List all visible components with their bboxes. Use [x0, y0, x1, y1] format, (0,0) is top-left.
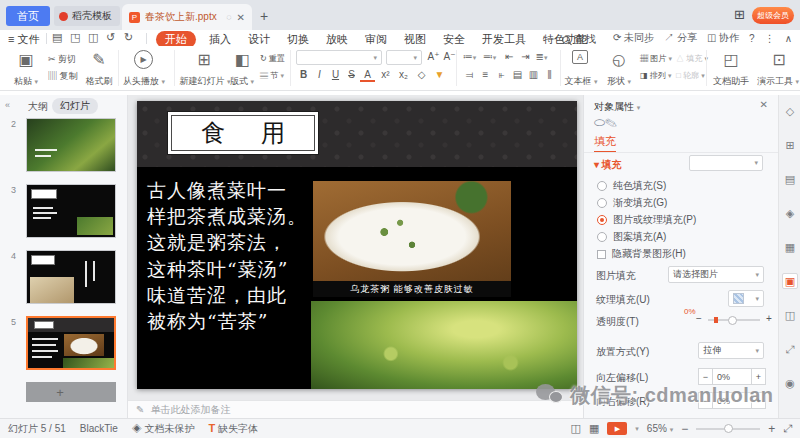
transparency-plus-icon[interactable]: + — [766, 313, 772, 324]
zoom-out-icon[interactable]: − — [681, 422, 688, 436]
panel-animation-icon[interactable]: ⊞ — [782, 137, 798, 153]
notes-bar[interactable]: ✎ 单击此处添加备注 — [128, 400, 583, 418]
find-button[interactable]: 查找 — [562, 32, 596, 47]
share-button[interactable]: ↗ 分享 — [664, 31, 697, 45]
font-color-icon[interactable]: A — [360, 69, 375, 82]
panel-share-icon[interactable]: ⤢ — [782, 341, 798, 357]
play-options-icon[interactable]: ▾ — [635, 425, 639, 433]
panel-styles-icon[interactable]: ◇ — [782, 103, 798, 119]
font-family-combobox[interactable]: ▾ — [296, 50, 382, 65]
panel-audio-icon[interactable]: ◉ — [782, 375, 798, 391]
zoom-in-icon[interactable]: + — [768, 422, 775, 436]
sync-status[interactable]: ⟳ 未同步 — [613, 31, 654, 45]
doc-assistant-button[interactable]: 文档助手 — [712, 75, 750, 88]
picture-fill-combobox[interactable]: 请选择图片▾ — [668, 266, 764, 283]
copy-button[interactable]: ▥ 复制 — [48, 70, 78, 83]
shapes-button[interactable]: 形状 ▾ — [604, 75, 634, 88]
transparency-slider[interactable] — [708, 319, 760, 321]
zoom-level[interactable]: 65% ▾ — [647, 423, 673, 434]
help-button[interactable]: ? — [749, 33, 755, 44]
placement-combobox[interactable]: 拉伸▾ — [698, 342, 764, 359]
docer-template-tab[interactable]: 稻壳模板 — [54, 6, 120, 26]
shape-fill-button[interactable]: △ 填充 ▾ — [676, 53, 708, 64]
close-panel-icon[interactable]: ✕ — [760, 99, 768, 110]
arrange-button[interactable]: ◨ 排列 ▾ — [640, 70, 672, 81]
preview-icon[interactable]: ◫ — [88, 31, 98, 44]
justify-icon[interactable]: ▤ — [510, 69, 525, 80]
cut-button[interactable]: ✂ 剪切 — [48, 53, 76, 66]
print-icon[interactable]: ◳ — [70, 31, 80, 44]
document-tab[interactable]: P 春茶饮上新.pptx ◌ ✕ — [122, 4, 252, 30]
collab-button[interactable]: ◫ 协作 — [707, 31, 739, 45]
strikethrough-icon[interactable]: S — [344, 69, 359, 80]
bullet-list-icon[interactable]: ≔▾ — [462, 51, 477, 62]
save-icon[interactable]: ▤ — [52, 31, 62, 44]
tea-leaves-photo[interactable] — [311, 301, 577, 389]
normal-view-icon[interactable]: ◫ — [571, 422, 581, 435]
vip-badge[interactable]: 超级会员 — [752, 7, 794, 24]
paste-icon[interactable]: ▣ — [12, 50, 40, 69]
reset-button[interactable]: ↻ 重置 — [260, 53, 285, 64]
home-tab[interactable]: 首页 — [6, 6, 50, 26]
format-painter-icon[interactable]: ✎ — [86, 50, 112, 69]
layout-icon[interactable]: ◧ — [232, 50, 252, 69]
apps-grid-icon[interactable]: ⊞ — [734, 7, 745, 22]
add-slide-button[interactable]: + — [48, 384, 72, 400]
font-size-combobox[interactable]: ▾ — [386, 50, 422, 65]
shapes-icon[interactable]: ◵ — [608, 50, 630, 69]
doc-assistant-icon[interactable]: ◰ — [720, 50, 742, 69]
sorter-view-icon[interactable]: ▦ — [589, 422, 599, 435]
new-tab-button[interactable]: + — [260, 8, 268, 24]
line-spacing-icon[interactable]: ≣▾ — [534, 51, 549, 62]
close-tab-icon[interactable]: ✕ — [237, 12, 245, 23]
panel-layout-icon[interactable]: ▦ — [782, 239, 798, 255]
texture-fill-combobox[interactable]: ▾ — [728, 290, 764, 307]
slide-thumbnail-2[interactable] — [26, 118, 116, 172]
porridge-photo[interactable]: 乌龙茶粥 能够改善皮肤过敏 — [313, 181, 511, 297]
textbox-icon[interactable]: A — [572, 50, 588, 64]
slides-tab[interactable]: 幻灯片 — [52, 98, 98, 114]
decrease-indent-icon[interactable]: ⇤ — [502, 51, 517, 62]
fill-preset-combobox[interactable]: ▾ — [689, 155, 763, 171]
slide-thumbnail-3[interactable] — [26, 184, 116, 238]
zoom-slider[interactable] — [696, 428, 760, 430]
present-tools-icon[interactable]: ⊡ — [768, 50, 790, 69]
panel-object-properties-icon[interactable]: ▣ — [782, 273, 798, 289]
outline-tab[interactable]: 大纲 — [28, 100, 48, 114]
panel-design-icon[interactable]: ◈ — [782, 205, 798, 221]
fill-tab[interactable]: 填充 — [594, 134, 616, 153]
slide-body-text[interactable]: 古人像煮菜叶一 样把茶煮成菜汤。 这就是粥茶法， 这种茶叶“菜汤” 味道苦涩，由… — [147, 177, 327, 334]
slide-title-box[interactable]: 食 用 — [167, 111, 319, 155]
undo-icon[interactable]: ↺ — [106, 31, 115, 44]
align-left-icon[interactable]: ⫤ — [462, 69, 477, 81]
fill-section-header[interactable]: ▾ 填充 — [594, 158, 622, 172]
transparency-slider-handle[interactable] — [728, 316, 737, 325]
play-slideshow-button[interactable]: ▶ — [607, 422, 627, 435]
decrease-font-icon[interactable]: A⁻ — [442, 51, 457, 62]
present-tools-button[interactable]: 演示工具 ▾ — [756, 75, 800, 88]
section-button[interactable]: ▤ 节 ▾ — [260, 70, 284, 81]
zoom-slider-handle[interactable] — [724, 424, 733, 433]
collapse-panel-icon[interactable]: « — [5, 100, 10, 110]
align-center-icon[interactable]: ≡ — [478, 69, 493, 80]
more-icon[interactable]: ⋮ — [765, 33, 775, 44]
subscript-icon[interactable]: x₂ — [396, 69, 411, 80]
layout-button[interactable]: 版式 ▾ — [226, 75, 258, 88]
increase-font-icon[interactable]: A⁺ — [426, 51, 441, 62]
slide-thumbnail-5-current[interactable] — [26, 316, 116, 370]
textbox-button[interactable]: 文本框 ▾ — [562, 75, 600, 88]
shape-outline-button[interactable]: □ 轮廓 ▾ — [676, 70, 705, 81]
clear-format-icon[interactable]: ◇ — [414, 69, 429, 80]
fit-slide-icon[interactable]: ⤢ — [783, 422, 792, 435]
new-slide-icon[interactable]: ⊞ — [192, 50, 216, 69]
play-from-start-button[interactable]: 从头播放 ▾ — [118, 75, 170, 88]
redo-icon[interactable]: ↻ — [124, 31, 133, 44]
picture-button[interactable]: ▦ 图片 ▾ — [640, 53, 672, 64]
panel-outline-icon[interactable]: ▤ — [782, 171, 798, 187]
distribute-icon[interactable]: ▥ — [526, 69, 541, 80]
file-menu-button[interactable]: ≡ 文件 — [8, 32, 39, 47]
superscript-icon[interactable]: x² — [378, 69, 393, 80]
transparency-minus-icon[interactable]: − — [696, 313, 702, 324]
option-pattern-fill[interactable]: 图案填充(A) — [597, 230, 666, 244]
increase-indent-icon[interactable]: ⇥ — [518, 51, 533, 62]
